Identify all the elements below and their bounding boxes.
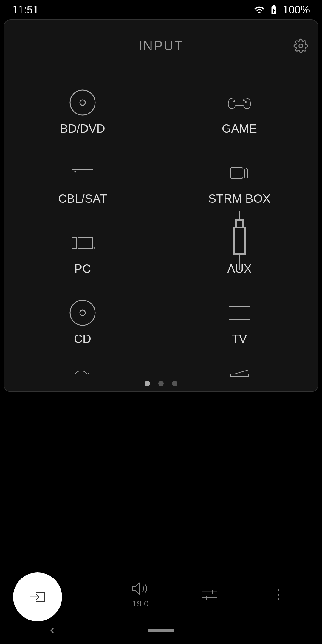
gamepad-icon — [226, 92, 253, 113]
svg-point-4 — [243, 100, 244, 101]
svg-rect-22 — [229, 307, 250, 319]
input-label: AUX — [227, 262, 252, 275]
aux-jack-icon — [226, 232, 253, 253]
input-tv[interactable]: TV — [161, 293, 318, 363]
bottom-bar: 19.0 — [0, 572, 322, 617]
page-indicator — [145, 381, 177, 386]
sliders-icon — [199, 587, 220, 602]
status-time: 11:51 — [12, 4, 39, 16]
svg-point-2 — [80, 100, 85, 105]
volume-button[interactable]: 19.0 — [130, 581, 151, 609]
volume-icon — [130, 581, 151, 596]
status-bar: 11:51 100% — [0, 0, 322, 19]
more-button[interactable] — [268, 587, 289, 602]
svg-rect-10 — [245, 169, 248, 178]
svg-point-34 — [278, 598, 279, 600]
svg-point-15 — [92, 247, 95, 249]
phono-icon — [69, 369, 96, 380]
input-phono[interactable] — [4, 363, 161, 380]
status-right: 100% — [254, 4, 310, 16]
input-label: CBL/SAT — [58, 192, 107, 205]
svg-rect-9 — [230, 167, 243, 179]
input-label: PC — [74, 262, 91, 275]
disc-icon — [69, 302, 96, 323]
input-aux[interactable]: AUX — [161, 223, 318, 293]
svg-rect-6 — [72, 170, 93, 177]
status-battery: 100% — [283, 4, 310, 16]
disc-icon — [69, 92, 96, 113]
input-bd-dvd[interactable]: BD/DVD — [4, 83, 161, 153]
more-vertical-icon — [268, 587, 289, 602]
svg-point-33 — [278, 594, 279, 596]
svg-point-1 — [70, 90, 95, 115]
settings-button[interactable] — [293, 38, 308, 53]
input-label: CD — [74, 332, 91, 346]
input-tuner[interactable] — [161, 363, 318, 380]
input-source-icon — [27, 589, 48, 604]
svg-point-5 — [245, 101, 246, 103]
svg-point-20 — [70, 300, 95, 325]
svg-point-0 — [299, 44, 303, 48]
svg-rect-18 — [234, 227, 245, 254]
input-label: TV — [232, 332, 247, 346]
input-fab[interactable] — [13, 572, 62, 621]
svg-rect-17 — [236, 220, 243, 227]
input-label: BD/DVD — [60, 122, 105, 135]
input-label: STRM BOX — [208, 192, 271, 205]
chevron-left-icon — [48, 626, 57, 635]
svg-point-32 — [278, 589, 279, 591]
input-game[interactable]: GAME — [161, 83, 318, 153]
page-dot-1[interactable] — [145, 381, 150, 386]
sliders-button[interactable] — [199, 587, 220, 602]
volume-value: 19.0 — [132, 599, 149, 609]
svg-rect-13 — [78, 237, 92, 247]
gear-icon — [293, 38, 308, 53]
wifi-icon — [254, 4, 265, 15]
svg-rect-27 — [230, 374, 248, 376]
nav-pill[interactable] — [148, 629, 174, 632]
svg-point-8 — [75, 171, 76, 172]
tv-icon — [226, 302, 253, 323]
input-grid: BD/DVD GAME CBL/S — [4, 65, 318, 380]
tuner-icon — [226, 369, 253, 380]
android-nav-bar — [0, 617, 322, 644]
panel-title: INPUT — [138, 38, 184, 53]
input-cd[interactable]: CD — [4, 293, 161, 363]
panel-header: INPUT — [4, 20, 318, 65]
stream-box-icon — [226, 162, 253, 183]
svg-point-3 — [234, 101, 235, 102]
svg-rect-12 — [72, 237, 76, 249]
svg-point-25 — [88, 373, 89, 374]
svg-line-26 — [235, 370, 248, 374]
page-dot-2[interactable] — [158, 381, 164, 386]
pc-icon — [69, 232, 96, 253]
svg-point-21 — [80, 310, 85, 315]
back-button[interactable] — [48, 626, 57, 635]
cable-box-icon — [69, 162, 96, 183]
battery-charging-icon — [268, 4, 279, 15]
page-dot-3[interactable] — [172, 381, 177, 386]
input-pc[interactable]: PC — [4, 223, 161, 293]
input-label: GAME — [222, 122, 257, 135]
input-panel: INPUT BD/DVD — [4, 19, 318, 392]
input-cbl-sat[interactable]: CBL/SAT — [4, 153, 161, 223]
